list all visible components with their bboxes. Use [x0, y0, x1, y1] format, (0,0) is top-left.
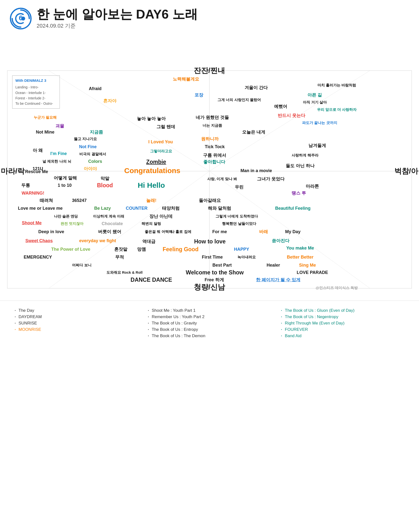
song-label-111: 청량/신남 [194, 282, 225, 292]
song-label-13: 놓아 놓아 놓아 [137, 116, 166, 121]
song-label-87: 역대급 [142, 239, 156, 244]
song-label-63: Love me or Leave me [18, 206, 63, 211]
song-label-107: LOVE PARADE [297, 270, 328, 275]
song-label-7: 그게 너의 사랑인지 몰랐어 [217, 98, 261, 102]
song-label-35: 널 제외한 나의 뇌 [42, 159, 71, 164]
album-item-1-1: DAYDREAM [15, 314, 138, 319]
song-label-61: 놀래! [146, 198, 157, 203]
day6-logo: 6 [10, 8, 32, 29]
song-label-1: 노력해볼게요 [173, 76, 199, 82]
song-label-18: 너는 지금쯤 [203, 123, 222, 128]
song-label-40: 아야야 [84, 166, 97, 172]
song-label-95: You make Me [286, 246, 314, 251]
song-label-27: 아 왜 [33, 147, 43, 153]
page-subtitle: 2024.09.02 기준 [37, 22, 198, 29]
header: 6 한 눈에 알아보는 DAY6 노래 2024.09.02 기준 [0, 0, 419, 32]
song-label-75: Chocolate [102, 221, 123, 226]
song-label-41: 둘도 아닌 하나 [286, 163, 314, 169]
song-label-15: 반드시 웃는다 [278, 113, 305, 119]
song-label-99: 녹아내려요 [237, 255, 256, 260]
song-label-47: 어떻게 말해 [54, 175, 77, 181]
denimalz-item-3: Forest - Interlude 2- [15, 95, 57, 101]
album-item-2-0: Shoot Me : Youth Part 1 [148, 308, 271, 313]
song-label-56: 우린 [235, 184, 244, 190]
denimalz-item-4: To be Continued - Outro- [15, 101, 57, 106]
song-label-34: 사랑하게 해주라 [292, 153, 318, 158]
song-label-59: 때려쳐 [40, 198, 53, 203]
song-label-28: Not Fine [79, 144, 97, 149]
song-label-24: 원하니까 [201, 136, 219, 142]
song-label-51: 두통 [21, 182, 30, 188]
song-label-31: I'm Fine [50, 151, 67, 156]
song-label-94: HAPPY [234, 247, 249, 252]
song-label-5: 포장 [195, 92, 203, 98]
song-label-100: Better Better [287, 255, 313, 260]
denimalz-item-2: Ocean - Interlude 1- [15, 90, 57, 95]
song-label-42: 마라/락 [1, 166, 25, 176]
song-label-62: 돌아갈래요 [199, 198, 221, 203]
song-label-52: 1 to 10 [58, 183, 71, 188]
song-label-46: 벅참/아련 [394, 166, 419, 176]
song-label-16: 괴물 [55, 123, 64, 129]
song-label-11: 우리 앞으로 더 사랑하자 [317, 107, 357, 112]
song-label-55: 마라톤 [306, 183, 319, 189]
song-label-6: 아픈 길 [307, 92, 322, 98]
song-label-83: 바래 [259, 229, 268, 235]
song-label-21: 지금쯤 [90, 129, 103, 135]
song-label-30: 그렇더라고요 [150, 149, 172, 154]
song-label-80: 버릇이 됐어 [98, 229, 121, 235]
song-label-38: 좋아합니다 [203, 159, 225, 165]
song-label-20: Not Mine [36, 130, 54, 135]
song-label-76: 해변의 달링 [142, 221, 161, 226]
song-label-29: Tick Tock [205, 144, 224, 149]
song-label-71: 장난 아닌데 [149, 213, 172, 219]
song-label-109: Free 하게 [205, 277, 224, 283]
song-label-68: Beautiful Feeling [275, 206, 310, 211]
song-label-82: For me [212, 229, 227, 234]
song-label-74: 완전 멋지잖아 [61, 221, 83, 226]
song-label-102: Best Part [212, 263, 232, 268]
song-label-98: First Time [202, 255, 223, 260]
song-label-67: 해와 달처럼 [208, 205, 231, 211]
song-label-25: I Loved You [148, 139, 173, 145]
song-label-2: Afraid [89, 86, 102, 91]
song-label-26: 남겨둘게 [308, 143, 326, 148]
song-label-105: 도와줘요 Rock & Roll [106, 270, 143, 275]
song-label-65: COUNTER [126, 206, 148, 211]
song-label-36: Colors [88, 159, 102, 164]
song-label-49: 사랑, 이게 맞나 봐 [207, 177, 237, 181]
song-label-44: Congratulations [124, 167, 180, 175]
song-label-14: 네가 원했던 것들 [196, 115, 229, 120]
song-label-64: Be Lazy [94, 206, 111, 211]
album-col-3: The Book of Us : Gluon (Even of Day)The … [281, 308, 404, 340]
song-label-0: 잔잔/찐내 [194, 66, 225, 76]
song-label-97: 무적 [115, 254, 124, 260]
song-label-58: 땡스 투 [292, 190, 306, 196]
song-label-101: 어쩌다 보니 [72, 263, 91, 267]
song-label-48: 막말 [101, 175, 109, 181]
song-label-4: 마치 흘러가는 바람처럼 [317, 83, 356, 88]
song-label-103: Healer [266, 263, 280, 268]
song-label-90: The Power of Love [51, 247, 90, 252]
song-label-85: Sweet Chaos [25, 238, 53, 243]
album-item-3-0: The Book of Us : Gluon (Even of Day) [281, 308, 404, 313]
song-label-93: Feeling Good [163, 246, 199, 253]
song-label-32: 비극의 결말에서 [79, 152, 106, 157]
song-label-10: 예뻤어 [274, 104, 287, 109]
song-label-17: 그럴 텐데 [157, 124, 175, 130]
album-item-2-3: The Book of Us : Entropy [148, 327, 271, 332]
album-item-3-3: FOUREVER [281, 327, 404, 332]
song-label-12: 누군가 필요해 [34, 115, 57, 120]
song-label-86: everyday we fight [79, 238, 116, 243]
song-label-43: Rescue Me [25, 169, 48, 174]
song-label-66: 태양처럼 [162, 205, 180, 211]
song-label-77: 행복했던 날들이었다 [222, 221, 256, 226]
album-item-2-2: The Book of Us : Gravity [148, 321, 271, 326]
song-label-91: 혼잣말 [114, 246, 127, 252]
song-chart: With DENIMALZ 3 Landing - Intro- Ocean -… [0, 34, 419, 298]
album-item-3-2: Right Through Me (Even of Day) [281, 321, 404, 326]
album-item-3-4: Band Aid [281, 333, 404, 338]
song-label-106: Welcome to the Show [186, 269, 244, 276]
song-label-110: 한 페이지가 될 수 있게 [256, 277, 301, 283]
svg-text:6: 6 [19, 14, 23, 22]
